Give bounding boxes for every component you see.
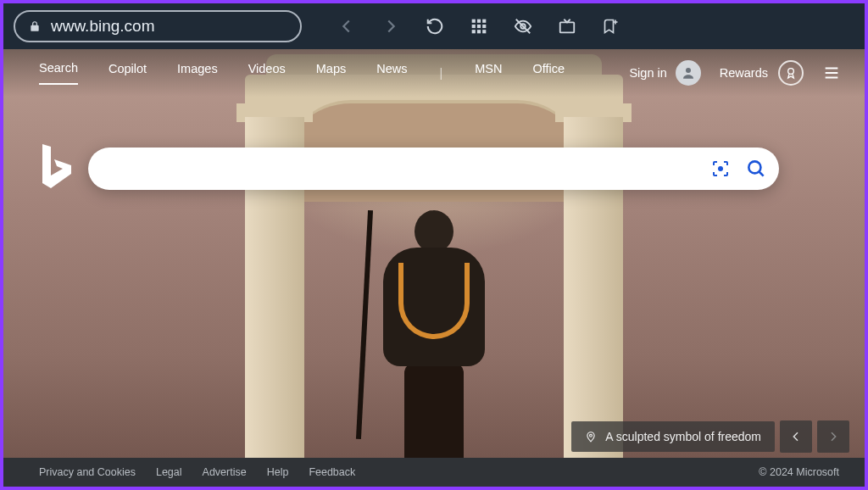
search-input[interactable] (105, 148, 709, 190)
svg-rect-10 (560, 22, 575, 32)
reload-icon[interactable] (426, 17, 444, 36)
search-submit-icon[interactable] (745, 158, 767, 180)
footer-help[interactable]: Help (267, 466, 289, 478)
nav-maps[interactable]: Maps (316, 62, 346, 84)
svg-rect-5 (482, 25, 486, 28)
address-bar-url: www.bing.com (51, 17, 155, 36)
privacy-eye-off-icon[interactable] (514, 17, 532, 36)
svg-rect-0 (472, 19, 476, 23)
footer-copyright: © 2024 Microsoft (759, 466, 839, 478)
hero-statue-illustration (366, 210, 502, 473)
apps-grid-icon[interactable] (470, 17, 488, 36)
footer-feedback[interactable]: Feedback (309, 466, 355, 478)
hero-next-button[interactable] (817, 420, 849, 453)
medal-icon (778, 60, 804, 86)
address-bar[interactable]: www.bing.com (14, 10, 302, 42)
svg-rect-6 (472, 30, 476, 33)
visual-search-icon[interactable] (709, 158, 732, 180)
bookmark-add-icon[interactable] (602, 17, 620, 36)
lock-icon (29, 19, 41, 33)
footer-advert[interactable]: Advertise (203, 466, 247, 478)
bing-top-nav: Search Copilot Images Videos Maps News |… (3, 49, 865, 97)
rewards-button[interactable]: Rewards (720, 60, 804, 86)
signin-label: Sign in (629, 66, 666, 80)
svg-rect-7 (477, 30, 481, 33)
tv-icon[interactable] (558, 17, 576, 36)
back-icon[interactable] (337, 17, 356, 36)
nav-search[interactable]: Search (39, 61, 78, 85)
svg-rect-4 (477, 25, 481, 28)
footer-privacy[interactable]: Privacy and Cookies (39, 466, 136, 478)
forward-icon[interactable] (381, 17, 400, 36)
map-pin-icon (585, 431, 597, 443)
hero-caption-text: A sculpted symbol of freedom (605, 430, 761, 443)
svg-point-13 (718, 166, 723, 171)
svg-rect-3 (472, 25, 476, 28)
svg-point-11 (686, 68, 691, 73)
bing-logo-icon[interactable] (37, 142, 75, 190)
nav-msn[interactable]: MSN (475, 62, 502, 84)
hamburger-menu-icon[interactable] (822, 64, 841, 82)
nav-news[interactable]: News (376, 62, 407, 84)
hero-caption[interactable]: A sculpted symbol of freedom (571, 421, 775, 452)
browser-controls (337, 17, 620, 36)
nav-copilot[interactable]: Copilot (108, 62, 147, 84)
rewards-label: Rewards (720, 66, 768, 80)
svg-rect-1 (477, 19, 481, 23)
browser-toolbar: www.bing.com (3, 3, 865, 49)
footer: Privacy and Cookies Legal Advertise Help… (3, 458, 865, 487)
search-bar-actions (709, 158, 767, 180)
page-content: Search Copilot Images Videos Maps News |… (3, 49, 865, 487)
nav-images[interactable]: Images (177, 62, 218, 84)
hero-prev-button[interactable] (780, 420, 812, 453)
svg-rect-2 (482, 19, 486, 23)
search-bar[interactable] (88, 148, 779, 190)
nav-right: Sign in Rewards (629, 60, 841, 86)
hero-caption-bar: A sculpted symbol of freedom (571, 420, 849, 453)
signin-button[interactable]: Sign in (629, 60, 700, 86)
avatar-icon (676, 60, 701, 86)
nav-office[interactable]: Office (532, 62, 565, 84)
nav-videos[interactable]: Videos (248, 62, 286, 84)
svg-rect-8 (482, 30, 486, 33)
nav-separator: | (439, 66, 442, 80)
footer-legal[interactable]: Legal (156, 466, 182, 478)
svg-point-15 (590, 434, 593, 437)
nav-left-links: Search Copilot Images Videos Maps News |… (39, 61, 565, 85)
svg-point-12 (788, 69, 794, 75)
